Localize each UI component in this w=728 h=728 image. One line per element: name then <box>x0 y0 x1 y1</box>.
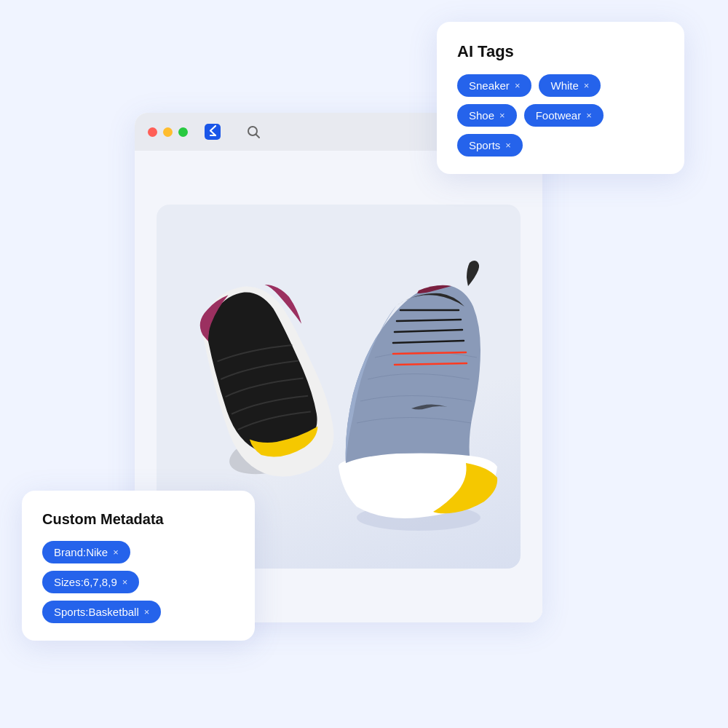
dot-yellow[interactable] <box>163 127 173 137</box>
meta-brand-label: Brand:Nike <box>54 546 108 558</box>
meta-brand[interactable]: Brand:Nike× <box>42 541 130 563</box>
meta-sizes[interactable]: Sizes:6,7,8,9× <box>42 571 139 593</box>
search-icon[interactable] <box>243 122 264 142</box>
tag-shoe-label: Shoe <box>469 109 494 122</box>
dot-green[interactable] <box>178 127 188 137</box>
tag-sports-close[interactable]: × <box>505 140 511 151</box>
tag-sneaker-close[interactable]: × <box>515 80 521 91</box>
tag-shoe[interactable]: Shoe× <box>457 104 517 127</box>
tag-sports-label: Sports <box>469 139 500 151</box>
ai-tags-title: AI Tags <box>457 42 664 61</box>
tag-sports[interactable]: Sports× <box>457 134 523 157</box>
meta-sports-close[interactable]: × <box>144 606 150 617</box>
tag-white-label: White <box>550 79 578 92</box>
tag-footwear[interactable]: Footwear× <box>524 104 604 127</box>
tag-sneaker[interactable]: Sneaker× <box>457 74 531 97</box>
meta-sizes-close[interactable]: × <box>122 577 128 587</box>
ai-tags-row: Sneaker×White×Shoe×Footwear×Sports× <box>457 74 664 157</box>
svg-line-2 <box>256 135 260 138</box>
metadata-tags-row: Brand:Nike×Sizes:6,7,8,9×Sports:Basketba… <box>42 541 234 623</box>
meta-brand-close[interactable]: × <box>113 547 119 558</box>
metadata-title: Custom Metadata <box>42 511 234 528</box>
tag-sneaker-label: Sneaker <box>469 79 510 92</box>
meta-sizes-label: Sizes:6,7,8,9 <box>54 576 117 588</box>
tag-white[interactable]: White× <box>539 74 601 97</box>
meta-sports[interactable]: Sports:Basketball× <box>42 601 161 623</box>
ai-tags-card: AI Tags Sneaker×White×Shoe×Footwear×Spor… <box>437 22 684 174</box>
tag-footwear-close[interactable]: × <box>586 110 592 121</box>
tag-footwear-label: Footwear <box>536 109 582 122</box>
tag-white-close[interactable]: × <box>584 80 590 91</box>
dot-red[interactable] <box>148 127 157 137</box>
metadata-card: Custom Metadata Brand:Nike×Sizes:6,7,8,9… <box>22 491 255 641</box>
tag-shoe-close[interactable]: × <box>499 110 505 121</box>
back-arrow-icon[interactable] <box>201 120 224 143</box>
meta-sports-label: Sports:Basketball <box>54 606 139 618</box>
